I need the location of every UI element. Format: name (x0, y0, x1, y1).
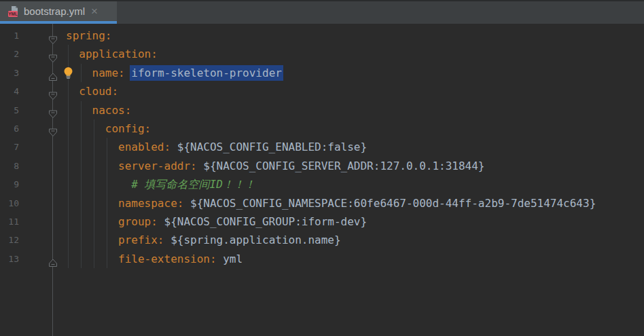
fold-region-start-icon[interactable] (48, 106, 58, 115)
code-line-4[interactable]: 4 cloud: (0, 82, 644, 100)
token-plain: ${NACOS_CONFIG_NAMESPACE:60fe6467-000d-4… (183, 197, 596, 210)
code-text: name: iform-skeleton-provider (66, 64, 282, 82)
fold-region-start-icon[interactable] (48, 50, 58, 59)
line-number: 12 (0, 231, 19, 249)
code-text: server-addr: ${NACOS_CONFIG_SERVER_ADDR:… (66, 157, 485, 175)
fold-region-start-icon[interactable] (48, 88, 58, 96)
code-line-11[interactable]: 11 group: ${NACOS_CONFIG_GROUP:iform-dev… (0, 212, 644, 231)
code-line-5[interactable]: 5 nacos: (0, 101, 644, 119)
code-line-9[interactable]: 9 # 填写命名空间ID！！！ (0, 175, 644, 193)
token-plain: ${NACOS_CONFIG_GROUP:iform-dev} (158, 215, 367, 228)
line-number: 13 (0, 250, 19, 268)
token-key: group: (118, 215, 158, 228)
fold-region-start-icon[interactable] (48, 32, 58, 41)
selected-text: iform-skeleton-provider (130, 65, 283, 81)
code-line-12[interactable]: 12 prefix: ${spring.application.name} (0, 231, 644, 249)
token-key: config: (105, 122, 151, 135)
code-text: application: (66, 45, 158, 63)
code-lines: 1spring:2 application:3 name: iform-skel… (0, 26, 644, 268)
line-number: 3 (0, 64, 19, 82)
tab-close-icon[interactable]: × (91, 5, 98, 17)
token-key: application: (79, 48, 158, 60)
token-key: name: (92, 67, 125, 79)
code-line-2[interactable]: 2 application: (0, 45, 644, 63)
yaml-file-icon: YML (8, 6, 19, 17)
line-number: 11 (0, 212, 19, 231)
token-plain: ${NACOS_CONFIG_ENABLED:false} (171, 141, 367, 153)
line-number: 6 (0, 119, 19, 138)
code-line-7[interactable]: 7 enabled: ${NACOS_CONFIG_ENABLED:false} (0, 138, 644, 156)
code-text: config: (66, 119, 151, 138)
line-number: 4 (0, 82, 19, 100)
line-number: 7 (0, 138, 19, 156)
fold-region-start-icon[interactable] (48, 124, 58, 133)
code-text: namespace: ${NACOS_CONFIG_NAMESPACE:60fe… (66, 194, 596, 212)
fold-region-end-icon[interactable] (48, 69, 58, 77)
token-plain: ${NACOS_CONFIG_SERVER_ADDR:127.0.0.1:318… (197, 160, 485, 172)
token-key: nacos: (92, 104, 132, 117)
code-text: group: ${NACOS_CONFIG_GROUP:iform-dev} (66, 212, 367, 231)
code-line-1[interactable]: 1spring: (0, 26, 644, 45)
tab-title: bootstrap.yml (24, 5, 85, 17)
code-line-8[interactable]: 8 server-addr: ${NACOS_CONFIG_SERVER_ADD… (0, 157, 644, 175)
line-number: 9 (0, 175, 19, 193)
token-plain: yml (217, 253, 243, 265)
code-line-3[interactable]: 3 name: iform-skeleton-provider (0, 64, 644, 82)
token-key: prefix: (118, 234, 164, 246)
code-text: file-extension: yml (66, 250, 243, 268)
line-number: 1 (0, 26, 19, 45)
token-key: enabled: (118, 141, 171, 153)
token-key: cloud: (79, 85, 118, 98)
editor-tab-bar: YML bootstrap.yml × (0, 0, 644, 24)
token-key: spring: (66, 29, 111, 42)
code-line-10[interactable]: 10 namespace: ${NACOS_CONFIG_NAMESPACE:6… (0, 194, 644, 212)
line-number: 8 (0, 157, 19, 175)
token-plain: ${spring.application.name} (164, 234, 341, 246)
code-editor[interactable]: 1spring:2 application:3 name: iform-skel… (0, 24, 644, 336)
ide-window: YML bootstrap.yml × 1spring:2 applicatio… (0, 0, 644, 336)
code-line-13[interactable]: 13 file-extension: yml (0, 250, 644, 268)
yml-badge-text: YML (8, 12, 18, 16)
code-text: cloud: (66, 82, 118, 100)
code-line-6[interactable]: 6 config: (0, 119, 644, 138)
fold-region-end-icon[interactable] (48, 255, 58, 263)
code-text: # 填写命名空间ID！！！ (66, 175, 255, 193)
token-key: namespace: (118, 197, 183, 210)
code-text: spring: (66, 26, 111, 45)
line-number: 10 (0, 194, 19, 212)
tab-bootstrap-yml[interactable]: YML bootstrap.yml × (0, 1, 117, 24)
line-number: 2 (0, 45, 19, 63)
token-key: file-extension: (118, 253, 217, 265)
code-text: prefix: ${spring.application.name} (66, 231, 341, 249)
line-number: 5 (0, 101, 19, 119)
token-comment: # 填写命名空间ID！！！ (131, 178, 255, 191)
token-key: server-addr: (118, 160, 197, 172)
code-text: nacos: (66, 101, 131, 119)
code-text: enabled: ${NACOS_CONFIG_ENABLED:false} (66, 138, 367, 156)
